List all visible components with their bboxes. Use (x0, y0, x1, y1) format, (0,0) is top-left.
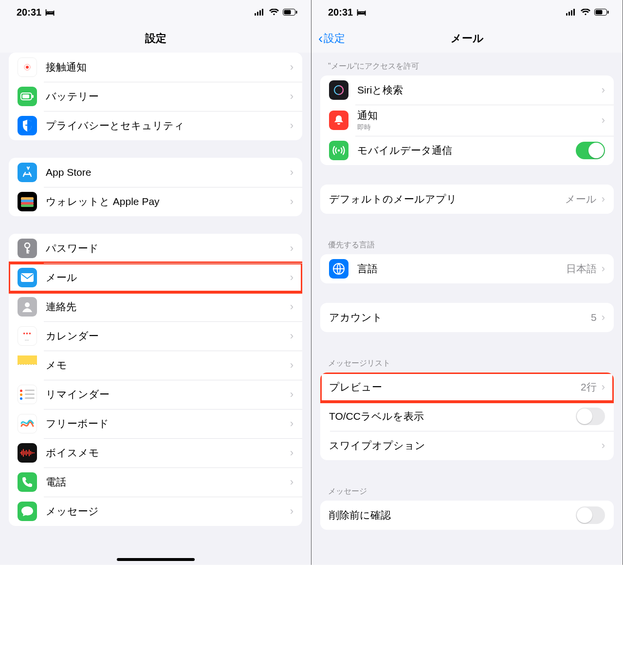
settings-group: 接触通知›バッテリー›プライバシーとセキュリティ› (9, 53, 302, 140)
toggle-switch[interactable] (576, 142, 605, 159)
chevron-right-icon: › (290, 300, 293, 313)
row-label: プライバシーとセキュリティ (46, 119, 290, 132)
svg-rect-5 (284, 10, 291, 14)
home-indicator[interactable] (117, 558, 195, 561)
row-value: メール (565, 192, 597, 206)
settings-group: パスワード›メール›連絡先›●●●…カレンダー›メモ›リマインダー›フリーボード… (9, 234, 302, 526)
wifi-icon (269, 7, 279, 18)
battery-icon (283, 7, 297, 18)
mail-settings-pane: 20:31 🛏︎ ‹ 設定 メール "メール"にアクセスを許可Siriと検索›通… (312, 0, 623, 565)
settings-row-battery[interactable]: バッテリー› (9, 82, 302, 111)
row-value: 5 (591, 312, 597, 323)
settings-row--[interactable]: 削除前に確認 (320, 501, 614, 530)
messages-icon (18, 502, 37, 521)
back-button[interactable]: ‹ 設定 (318, 31, 345, 46)
row-value: 日本語 (566, 262, 597, 276)
svg-point-32 (338, 149, 340, 151)
row-sublabel: 即時 (357, 123, 602, 132)
settings-row--[interactable]: プレビュー2行› (320, 373, 614, 402)
settings-row-freeform[interactable]: フリーボード› (9, 409, 302, 438)
section-header: メッセージ (312, 478, 623, 501)
voicememos-icon (18, 443, 37, 463)
settings-group: 削除前に確認 (320, 501, 614, 530)
row-label: ボイスメモ (46, 446, 290, 460)
settings-row-voicememos[interactable]: ボイスメモ› (9, 438, 302, 467)
settings-row-to-cc-[interactable]: TO/CCラベルを表示 (320, 402, 614, 431)
chevron-right-icon: › (290, 61, 293, 74)
svg-rect-27 (596, 10, 603, 14)
row-value: 2行 (581, 380, 597, 394)
chevron-right-icon: › (290, 242, 293, 255)
settings-row-cellular[interactable]: モバイルデータ通信 (320, 136, 614, 165)
chevron-right-icon: › (290, 195, 293, 208)
mail-settings-list[interactable]: "メール"にアクセスを許可Siriと検索›通知即時›モバイルデータ通信デフォルト… (312, 53, 623, 565)
settings-row-siri[interactable]: Siriと検索› (320, 75, 614, 105)
cell-signal-icon (255, 7, 265, 18)
svg-point-8 (26, 66, 29, 69)
settings-list[interactable]: 接触通知›バッテリー›プライバシーとセキュリティ›App Store›ウォレット… (0, 53, 311, 565)
settings-row-privacy[interactable]: プライバシーとセキュリティ› (9, 111, 302, 140)
chevron-right-icon: › (290, 90, 293, 103)
settings-row--[interactable]: スワイプオプション› (320, 431, 614, 460)
exposure-icon (18, 57, 37, 77)
chevron-right-icon: › (290, 330, 293, 342)
row-label: カレンダー (46, 329, 290, 343)
svg-point-16 (25, 243, 30, 248)
settings-group: App Store›ウォレットと Apple Pay› (9, 158, 302, 216)
settings-row--[interactable]: デフォルトのメールアプリメール› (320, 185, 614, 214)
settings-row-contacts[interactable]: 連絡先› (9, 292, 302, 321)
settings-row-appstore[interactable]: App Store› (9, 158, 302, 187)
bed-icon: 🛏︎ (357, 7, 366, 18)
back-label: 設定 (324, 31, 345, 46)
battery-icon (594, 7, 609, 18)
settings-row-lang[interactable]: 言語日本語› (320, 254, 614, 283)
svg-rect-18 (27, 250, 30, 252)
settings-row-reminders[interactable]: リマインダー› (9, 380, 302, 409)
chevron-right-icon: › (602, 381, 605, 393)
svg-rect-6 (296, 11, 297, 14)
settings-row--[interactable]: アカウント5› (320, 303, 614, 332)
row-label: フリーボード (46, 417, 290, 430)
settings-row-passwords[interactable]: パスワード› (9, 234, 302, 263)
row-label: 連絡先 (46, 300, 290, 314)
toggle-switch[interactable] (576, 408, 605, 425)
settings-group: デフォルトのメールアプリメール› (320, 185, 614, 214)
settings-row-mail[interactable]: メール› (9, 263, 302, 292)
settings-row-notes[interactable]: メモ› (9, 351, 302, 380)
svg-rect-25 (573, 9, 575, 16)
privacy-icon (18, 116, 37, 135)
row-label: App Store (46, 167, 290, 178)
row-label: メッセージ (46, 504, 290, 518)
notes-icon (18, 355, 37, 375)
settings-group: アカウント5› (320, 303, 614, 332)
settings-row-exposure[interactable]: 接触通知› (9, 53, 302, 82)
toggle-switch[interactable] (576, 506, 605, 524)
chevron-right-icon: › (290, 388, 293, 401)
chevron-right-icon: › (290, 119, 293, 132)
nav-bar: 設定 (0, 24, 311, 53)
row-label: スワイプオプション (329, 439, 602, 452)
chevron-right-icon: › (290, 271, 293, 284)
settings-row-notif[interactable]: 通知即時› (320, 105, 614, 136)
settings-row-messages[interactable]: メッセージ› (9, 497, 302, 526)
settings-row-phone[interactable]: 電話› (9, 467, 302, 497)
row-label: リマインダー (46, 388, 290, 401)
calendar-icon: ●●●… (18, 326, 37, 346)
settings-row-wallet[interactable]: ウォレットと Apple Pay› (9, 187, 302, 216)
section-header: メッセージリスト (312, 350, 623, 373)
chevron-right-icon: › (290, 359, 293, 372)
svg-rect-10 (22, 94, 29, 98)
contacts-icon (18, 297, 37, 317)
settings-group: 言語日本語› (320, 254, 614, 283)
row-label: メール (46, 271, 290, 284)
chevron-right-icon: › (602, 439, 605, 452)
settings-row-calendar[interactable]: ●●●…カレンダー› (9, 321, 302, 351)
wifi-icon (581, 7, 590, 18)
chevron-right-icon: › (290, 476, 293, 488)
row-label: 削除前に確認 (329, 508, 576, 522)
status-time: 20:31 (17, 7, 41, 18)
settings-pane: 20:31 🛏︎ 設定 接触通知›バッテリー›プライバシーとセキュリティ›App… (0, 0, 312, 565)
row-label: Siriと検索 (357, 83, 602, 97)
row-label: 電話 (46, 475, 290, 489)
row-label: アカウント (329, 311, 591, 324)
